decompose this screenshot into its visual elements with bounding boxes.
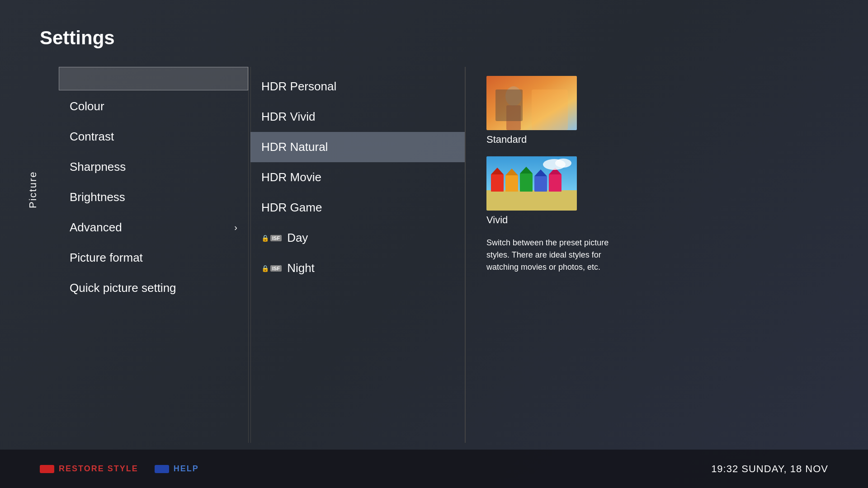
preview-vivid-label: Vivid	[486, 214, 623, 226]
lock-icon-night: 🔒	[261, 265, 269, 272]
svg-rect-8	[505, 175, 518, 192]
arrow-right-icon: ›	[234, 222, 237, 233]
menu-item-picture-format[interactable]: Picture format	[59, 243, 248, 273]
option-hdr-personal[interactable]: HDR Personal	[250, 71, 465, 102]
screen: Settings Picture Colour Contrast Sharpne…	[0, 0, 868, 488]
isf-badge-night: 🔒 ISF	[261, 265, 282, 272]
preview-description: Switch between the preset picture styles…	[486, 237, 623, 273]
menu-item-quick-picture[interactable]: Quick picture setting	[59, 273, 248, 303]
preview-vivid-svg	[486, 156, 577, 211]
option-day[interactable]: 🔒 ISF Day	[250, 223, 465, 253]
red-button-icon	[40, 465, 54, 473]
svg-rect-6	[491, 174, 504, 192]
menu-item-advanced[interactable]: Advanced ›	[59, 212, 248, 243]
menu-item-colour[interactable]: Colour	[59, 91, 248, 122]
svg-rect-2	[506, 105, 521, 130]
left-menu-panel: Colour Contrast Sharpness Brightness Adv…	[59, 67, 249, 443]
clock-display: 19:32 SUNDAY, 18 NOV	[711, 463, 828, 475]
bottom-actions: RESTORE STYLE HELP	[40, 464, 199, 474]
svg-rect-3	[532, 89, 568, 130]
option-hdr-game[interactable]: HDR Game	[250, 192, 465, 223]
option-night[interactable]: 🔒 ISF Night	[250, 253, 465, 283]
help-label: HELP	[174, 464, 199, 474]
divider-middle-right	[465, 67, 466, 443]
isf-badge-day: 🔒 ISF	[261, 235, 282, 242]
menu-item-brightness[interactable]: Brightness	[59, 182, 248, 212]
sidebar-label: Picture	[27, 72, 39, 307]
restore-style-label: RESTORE STYLE	[59, 464, 138, 474]
page-title: Settings	[40, 27, 115, 49]
isf-tag-day: ISF	[270, 235, 282, 241]
right-preview-panel: Standard	[476, 67, 634, 443]
svg-rect-14	[549, 174, 561, 192]
svg-rect-12	[534, 176, 547, 192]
svg-point-17	[555, 159, 571, 168]
menu-item-sharpness[interactable]: Sharpness	[59, 152, 248, 182]
svg-rect-5	[486, 190, 577, 211]
option-hdr-movie[interactable]: HDR Movie	[250, 162, 465, 192]
svg-rect-10	[520, 174, 533, 192]
restore-style-action[interactable]: RESTORE STYLE	[40, 464, 138, 474]
option-hdr-natural[interactable]: HDR Natural	[250, 132, 465, 162]
menu-item-contrast[interactable]: Contrast	[59, 122, 248, 152]
blue-button-icon	[155, 465, 169, 473]
preview-vivid-image	[486, 156, 577, 211]
help-action[interactable]: HELP	[155, 464, 199, 474]
bottom-bar: RESTORE STYLE HELP 19:32 SUNDAY, 18 NOV	[0, 450, 868, 488]
preview-standard-svg	[486, 76, 577, 130]
preview-standard-label: Standard	[486, 134, 623, 145]
svg-point-1	[505, 86, 522, 106]
isf-tag-night: ISF	[270, 265, 282, 272]
lock-icon-day: 🔒	[261, 235, 269, 242]
option-hdr-vivid[interactable]: HDR Vivid	[250, 102, 465, 132]
preview-standard-image	[486, 76, 577, 130]
menu-item-selected[interactable]	[59, 67, 248, 90]
middle-options-panel: HDR Personal HDR Vivid HDR Natural HDR M…	[250, 67, 465, 443]
